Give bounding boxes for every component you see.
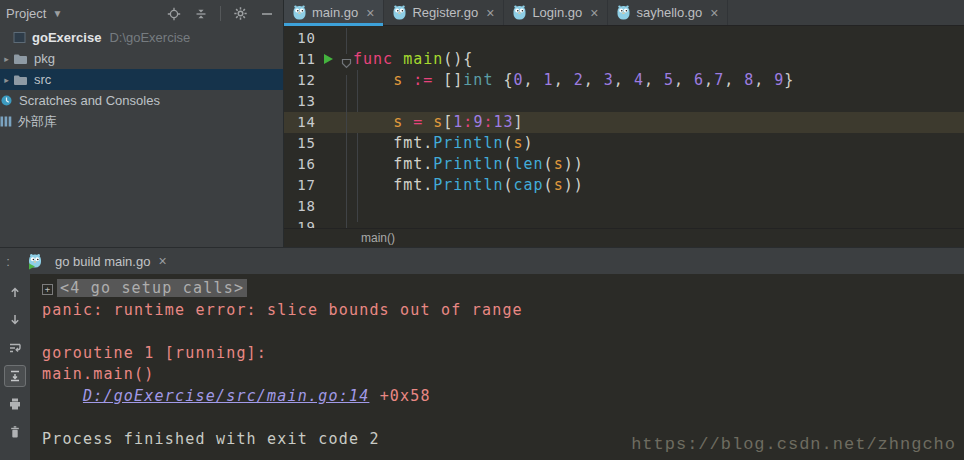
go-file-icon	[293, 5, 306, 20]
tab-login-go[interactable]: Login.go×	[504, 0, 608, 25]
tab-register-go[interactable]: Register.go×	[384, 0, 504, 25]
sidebar-item-scratches-and-consoles[interactable]: Scratches and Consoles	[0, 90, 283, 111]
collapse-all-icon[interactable]	[193, 6, 209, 22]
token: s	[554, 155, 564, 173]
console-body: +<4 go setup calls>panic: runtime error:…	[0, 274, 964, 460]
gutter-slot	[316, 91, 347, 112]
token: ,	[554, 71, 574, 89]
tab-label: Register.go	[412, 5, 478, 20]
tree-item-path: D:\goExercise	[109, 30, 190, 45]
chevron-right-icon[interactable]: ▸	[0, 75, 13, 85]
settings-icon[interactable]	[232, 6, 248, 22]
token	[353, 134, 393, 152]
token: .	[423, 134, 433, 152]
code-text: s := []int {0, 1, 2, 3, 4, 5, 6,7, 8, 9}	[347, 70, 794, 91]
line-number: 15	[284, 133, 316, 154]
token: Println	[433, 155, 503, 173]
arrow-down-icon[interactable]	[4, 309, 26, 331]
token: 1	[544, 71, 554, 89]
token: :=	[413, 71, 433, 89]
token	[403, 71, 413, 89]
console-tab-label: go build main.go	[55, 254, 150, 269]
gutter-slot	[316, 196, 347, 217]
code-line-16: 16 fmt.Println(len(s))	[284, 154, 964, 175]
code-text: fmt.Println(s)	[347, 133, 534, 154]
token: cap	[514, 176, 544, 194]
token: s	[393, 71, 403, 89]
code-text: s = s[1:9:13]	[347, 112, 524, 133]
console-toolbar	[0, 274, 30, 460]
line-number: 12	[284, 70, 316, 91]
token: len	[514, 155, 544, 173]
console-line	[42, 407, 964, 429]
chevron-down-icon[interactable]: ▼	[52, 8, 62, 19]
tree-item-label: pkg	[34, 51, 55, 66]
console-line: main.main()	[42, 364, 964, 386]
tab-main-go[interactable]: main.go×	[284, 0, 384, 25]
token	[423, 113, 433, 131]
locate-icon[interactable]	[166, 6, 182, 22]
line-number: 19	[284, 217, 316, 228]
tool-window-stripe: :	[0, 254, 16, 269]
code-text	[347, 196, 353, 217]
line-number: 17	[284, 175, 316, 196]
print-icon[interactable]	[4, 393, 26, 415]
close-icon[interactable]: ×	[486, 7, 494, 19]
clear-all-icon[interactable]	[4, 421, 26, 443]
breadcrumb[interactable]: main()	[284, 228, 964, 247]
gutter-slot	[316, 112, 347, 133]
console-line: panic: runtime error: slice bounds out o…	[42, 300, 964, 322]
token: func	[353, 50, 393, 68]
close-icon[interactable]: ×	[590, 7, 598, 19]
go-file-icon	[617, 5, 630, 20]
token: 1	[453, 113, 463, 131]
token: (){	[443, 50, 473, 68]
token: (	[503, 176, 513, 194]
close-icon[interactable]: ×	[158, 255, 166, 267]
code-line-18: 18	[284, 196, 964, 217]
token: 9	[774, 71, 784, 89]
code-line-11: 11func main(){	[284, 49, 964, 70]
chevron-right-icon[interactable]: ▸	[0, 54, 13, 64]
gutter-slot	[316, 217, 347, 228]
token	[353, 176, 393, 194]
code-text: fmt.Println(cap(s))	[347, 175, 584, 196]
tab-sayhello-go[interactable]: sayhello.go×	[608, 0, 728, 25]
collapsed-calls-badge[interactable]: <4 go setup calls>	[57, 279, 247, 297]
token: fmt	[393, 155, 423, 173]
code-line-13: 13	[284, 91, 964, 112]
project-panel-toolbar	[166, 6, 275, 22]
run-button[interactable]	[324, 54, 333, 64]
code-line-14: 14 s = s[1:9:13]	[284, 112, 964, 133]
code-editor[interactable]: 1011func main(){12 s := []int {0, 1, 2, …	[284, 26, 964, 228]
gutter-slot	[316, 175, 347, 196]
stack-trace-link[interactable]: D:/goExercise/src/main.go:14	[83, 387, 369, 405]
token: []	[433, 71, 463, 89]
console-line: D:/goExercise/src/main.go:14 +0x58	[42, 386, 964, 408]
go-run-icon	[28, 253, 43, 270]
sidebar-item--[interactable]: 外部库	[0, 111, 283, 132]
project-tree: goExerciseD:\goExercise▸pkg▸srcScratches…	[0, 27, 283, 247]
tree-item-label: goExercise	[32, 30, 101, 45]
hide-panel-icon[interactable]	[259, 6, 275, 22]
token: ,	[674, 71, 694, 89]
code-line-15: 15 fmt.Println(s)	[284, 133, 964, 154]
arrow-up-icon[interactable]	[4, 281, 26, 303]
token: 6	[694, 71, 704, 89]
close-icon[interactable]: ×	[710, 7, 718, 19]
scroll-to-end-icon[interactable]	[4, 365, 26, 387]
expand-icon[interactable]: +	[42, 284, 53, 295]
sidebar-item-goexercise[interactable]: goExerciseD:\goExercise	[0, 27, 283, 48]
fold-marker-icon[interactable]	[341, 54, 352, 75]
console-tab[interactable]: go build main.go ×	[22, 253, 173, 270]
sidebar-item-pkg[interactable]: ▸pkg	[0, 48, 283, 69]
scratches-icon	[0, 94, 13, 107]
code-text	[347, 28, 353, 49]
line-number: 13	[284, 91, 316, 112]
token: 8	[744, 71, 754, 89]
line-number: 10	[284, 28, 316, 49]
soft-wrap-icon[interactable]	[4, 337, 26, 359]
project-panel-header: Project ▼	[0, 0, 283, 27]
close-icon[interactable]: ×	[366, 7, 374, 19]
sidebar-item-src[interactable]: ▸src	[0, 69, 283, 90]
